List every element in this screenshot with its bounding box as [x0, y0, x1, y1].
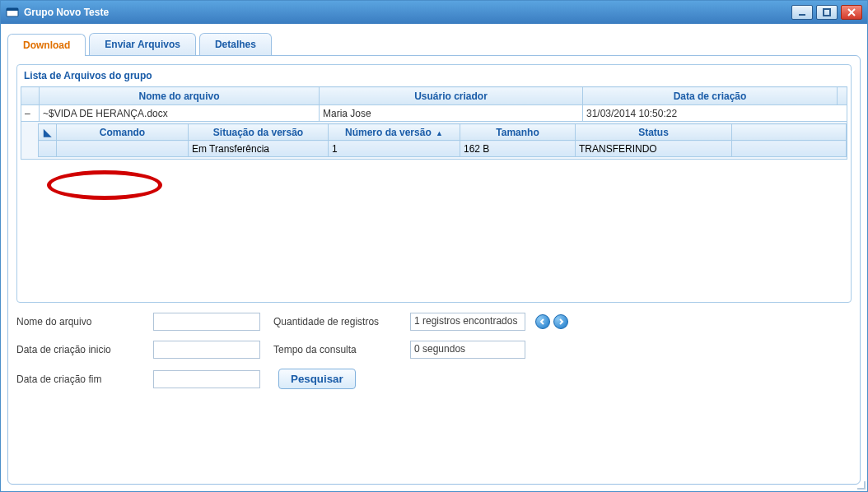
inner-table-row[interactable]: Em Transferência 1 162 B TRANSFERINDO: [39, 141, 847, 157]
app-icon: [6, 6, 19, 19]
label-tempo-consulta: Tempo da consulta: [273, 344, 405, 355]
prev-page-button[interactable]: [535, 314, 550, 329]
inner-expander-cell[interactable]: [39, 141, 57, 157]
body-area: Download Enviar Arquivos Detalhes Lista …: [1, 24, 867, 491]
resize-handle[interactable]: [855, 479, 866, 490]
pesquisar-button[interactable]: Pesquisar: [278, 369, 356, 389]
collapse-icon[interactable]: –: [21, 105, 40, 122]
tab-panel-download: Lista de Arquivos do grupo Nome do arqui…: [7, 55, 861, 485]
search-row-2: Data de criação inicio Tempo da consulta…: [16, 341, 852, 359]
cell-nome: ~$VIDA DE HERANÇA.docx: [40, 105, 320, 122]
app-window: Grupo Novo Teste Download Enviar Arquivo…: [0, 0, 868, 492]
col-nome-arquivo[interactable]: Nome do arquivo: [40, 87, 320, 105]
label-data-fim: Data de criação fim: [16, 374, 148, 385]
display-qtd-registros: 1 registros encontrados: [410, 313, 525, 331]
col-data-criacao[interactable]: Data de criação: [583, 87, 838, 105]
window-title: Grupo Novo Teste: [24, 7, 791, 18]
label-data-inicio: Data de criação inicio: [16, 344, 148, 355]
input-data-inicio[interactable]: [153, 341, 260, 359]
titlebar[interactable]: Grupo Novo Teste: [1, 1, 867, 24]
close-button[interactable]: [841, 5, 862, 20]
cell-situacao: Em Transferência: [189, 141, 329, 157]
tab-download[interactable]: Download: [7, 34, 86, 56]
tab-enviar-arquivos[interactable]: Enviar Arquivos: [89, 33, 196, 55]
col-comando[interactable]: Comando: [57, 124, 189, 141]
outer-header-row: Nome do arquivo Usuário criador Data de …: [21, 87, 847, 105]
maximize-button[interactable]: [816, 5, 838, 20]
label-nome-arquivo: Nome do arquivo: [16, 316, 148, 327]
inner-expander-header: ◣: [39, 124, 57, 141]
tabs: Download Enviar Arquivos Detalhes: [7, 30, 861, 55]
cell-usuario: Maria Jose: [320, 105, 583, 122]
cell-status: TRANSFERINDO: [576, 141, 732, 157]
col-numero-versao[interactable]: Número da versão ▲: [329, 124, 460, 141]
search-row-3: Data de criação fim Pesquisar: [16, 369, 852, 389]
inner-header-row: ◣ Comando Situação da versão Número da v…: [39, 124, 847, 141]
search-row-1: Nome do arquivo Quantidade de registros …: [16, 313, 852, 331]
col-situacao-versao[interactable]: Situação da versão: [189, 124, 329, 141]
outer-grid: Nome do arquivo Usuário criador Data de …: [21, 86, 847, 122]
inner-grid: ◣ Comando Situação da versão Número da v…: [38, 123, 847, 157]
group-lista-arquivos: Lista de Arquivos do grupo Nome do arqui…: [16, 64, 852, 303]
svg-rect-3: [824, 9, 830, 16]
group-title: Lista de Arquivos do grupo: [21, 68, 847, 86]
expander-header: [21, 87, 40, 105]
cell-inner-spacer: [732, 141, 847, 157]
cell-data: 31/03/2014 10:50:22: [583, 105, 847, 122]
col-inner-spacer: [732, 124, 847, 141]
col-spacer: [838, 87, 847, 105]
cell-comando: [57, 141, 189, 157]
input-nome-arquivo[interactable]: [153, 313, 260, 331]
table-row[interactable]: – ~$VIDA DE HERANÇA.docx Maria Jose 31/0…: [21, 105, 847, 122]
inner-grid-wrap: ◣ Comando Situação da versão Número da v…: [21, 122, 847, 160]
display-tempo-consulta: 0 segundos: [410, 341, 525, 359]
col-status[interactable]: Status: [576, 124, 732, 141]
tab-detalhes[interactable]: Detalhes: [199, 33, 272, 55]
next-page-button[interactable]: [553, 314, 568, 329]
col-usuario-criador[interactable]: Usuário criador: [320, 87, 583, 105]
col-tamanho[interactable]: Tamanho: [460, 124, 576, 141]
cell-numero: 1: [329, 141, 460, 157]
sort-asc-icon: ▲: [436, 129, 443, 137]
minimize-button[interactable]: [791, 5, 813, 20]
input-data-fim[interactable]: [153, 370, 260, 388]
svg-rect-1: [7, 8, 18, 11]
col-numero-versao-label: Número da versão: [345, 127, 432, 138]
cell-tamanho: 162 B: [460, 141, 576, 157]
label-qtd-registros: Quantidade de registros: [273, 316, 405, 327]
